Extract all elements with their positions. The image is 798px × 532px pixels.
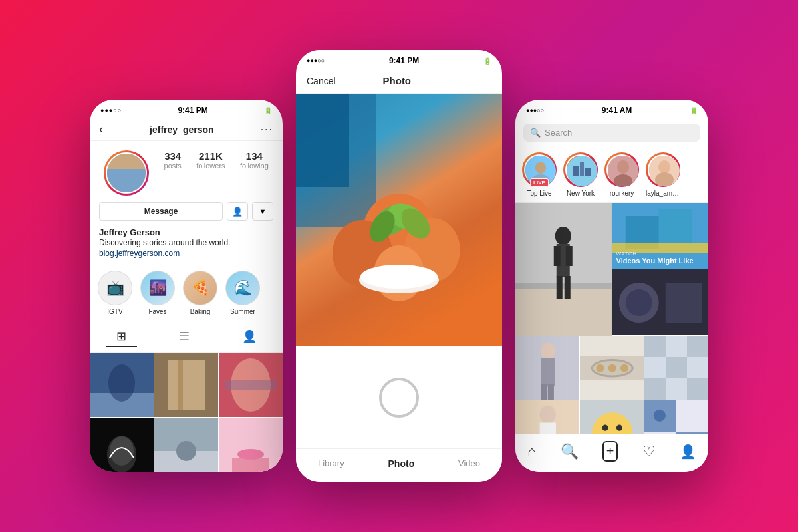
story-circle-rourkery (604, 152, 639, 187)
bio-description: Discovering stories around the world. (99, 237, 273, 249)
svg-rect-50 (566, 246, 573, 266)
svg-rect-94 (676, 400, 708, 432)
svg-rect-80 (644, 378, 666, 400)
story-top-live[interactable]: LIVE Top Live (522, 152, 557, 197)
svg-point-39 (617, 160, 629, 174)
watch-label: WATCH (616, 251, 694, 257)
phones-container: ●●●○○ 9:41 PM 🔋 ‹ jeffrey_gerson ··· 334… (0, 0, 798, 532)
svg-point-42 (658, 160, 670, 174)
profile-stats: 334 posts 211K followers 134 following (90, 141, 283, 202)
tagged-tab[interactable]: 👤 (231, 327, 267, 347)
story-circle-top-live: LIVE (522, 152, 557, 187)
photo-tab[interactable]: Photo (388, 458, 415, 469)
add-nav-icon-right[interactable]: + (602, 441, 618, 462)
back-button[interactable]: ‹ (99, 122, 103, 136)
shutter-button[interactable] (379, 378, 419, 418)
mosaic-cell-5[interactable] (580, 400, 644, 434)
grid-cell-6[interactable] (219, 418, 283, 472)
svg-point-14 (176, 441, 196, 461)
right-status-bar: ●●●○○ 9:41 AM 🔋 (515, 100, 708, 118)
grid-view-tab[interactable]: ⊞ (106, 327, 137, 347)
mosaic-cell-4[interactable] (515, 400, 579, 434)
svg-point-17 (237, 449, 264, 460)
search-bar[interactable]: 🔍 Search (523, 124, 700, 142)
svg-point-71 (608, 364, 616, 372)
highlights-row: 📺 IGTV 🌆 Faves 🍕 Baking 🌊 Summer (90, 265, 283, 321)
more-options-button[interactable]: ··· (261, 124, 273, 136)
svg-rect-65 (541, 384, 547, 400)
story-rourkery[interactable]: rourkery (604, 152, 639, 197)
battery-right: 🔋 (690, 107, 698, 114)
highlight-faves[interactable]: 🌆 Faves (140, 271, 175, 315)
story-label-new-york: New York (567, 190, 595, 197)
avatar-area (104, 150, 149, 196)
mosaic-cell-3[interactable] (644, 336, 708, 400)
grid-tabs: ⊞ ☰ 👤 (90, 321, 283, 353)
svg-rect-46 (515, 289, 612, 336)
explore-cell-geometric[interactable]: ▶ WATCH Videos You Might Lik (612, 203, 709, 269)
follow-button[interactable]: 👤 (227, 202, 248, 221)
mosaic-cell-6[interactable] (644, 400, 708, 434)
heart-nav-icon-right[interactable]: ♡ (642, 443, 656, 460)
watch-title: Videos You Might Like (616, 257, 694, 265)
grid-cell-2[interactable] (154, 353, 218, 417)
bio-link[interactable]: blog.jeffreygerson.com (99, 249, 273, 258)
camera-viewfinder (296, 94, 502, 346)
svg-rect-5 (178, 360, 183, 410)
message-button[interactable]: Message (99, 202, 223, 221)
explore-content: ▶ WATCH Videos You Might Lik (515, 203, 708, 434)
explore-cell-dark[interactable] (612, 269, 709, 335)
svg-point-90 (602, 425, 608, 431)
story-label-top-live: Top Live (527, 190, 551, 197)
mosaic-cell-2[interactable] (580, 336, 644, 400)
home-nav-icon-right[interactable]: ⌂ (527, 443, 536, 460)
following-stat[interactable]: 134 following (240, 150, 269, 170)
highlight-igtv[interactable]: 📺 IGTV (98, 271, 132, 315)
dropdown-button[interactable]: ▼ (252, 202, 273, 221)
svg-rect-51 (557, 276, 563, 299)
story-avatar-rourkery (606, 154, 637, 185)
highlight-label-faves: Faves (148, 308, 166, 315)
svg-rect-61 (665, 283, 702, 323)
center-phone: ●●●○○ 9:41 PM 🔋 Cancel Photo (296, 50, 502, 482)
svg-rect-49 (554, 246, 561, 266)
highlight-baking[interactable]: 🍕 Baking (183, 271, 217, 315)
bio-name: Jeffrey Gerson (99, 227, 273, 237)
explore-cell-person[interactable] (515, 203, 612, 336)
svg-point-63 (541, 343, 555, 359)
search-nav-icon-right[interactable]: 🔍 (561, 443, 579, 460)
followers-stat[interactable]: 211K followers (196, 150, 225, 170)
cancel-button[interactable]: Cancel (307, 76, 336, 86)
svg-rect-66 (548, 384, 554, 400)
story-new-york[interactable]: New York (563, 152, 598, 197)
explore-top-section: ▶ WATCH Videos You Might Lik (515, 203, 708, 336)
profile-nav-icon-right[interactable]: 👤 (680, 444, 696, 460)
svg-rect-76 (687, 336, 708, 357)
right-time: 9:41 AM (602, 106, 632, 115)
grid-cell-4[interactable] (90, 418, 154, 472)
svg-point-60 (625, 289, 652, 316)
grid-cell-5[interactable] (154, 418, 218, 472)
svg-point-97 (654, 410, 666, 422)
svg-point-2 (108, 364, 135, 402)
posts-label: posts (164, 162, 182, 170)
photo-grid (90, 353, 283, 472)
svg-rect-36 (580, 162, 584, 176)
list-view-tab[interactable]: ☰ (168, 327, 200, 347)
search-bar-container: 🔍 Search (515, 118, 708, 147)
svg-point-91 (616, 425, 622, 431)
left-time: 9:41 PM (178, 106, 207, 115)
signal-dots-center: ●●●○○ (307, 57, 325, 64)
video-tab[interactable]: Video (458, 458, 480, 469)
svg-rect-4 (168, 360, 205, 410)
highlight-label-igtv: IGTV (107, 308, 122, 315)
svg-rect-82 (687, 378, 708, 400)
story-label-rourkery: rourkery (610, 190, 634, 197)
grid-cell-1[interactable] (90, 353, 154, 417)
highlight-label-summer: Summer (230, 308, 255, 315)
grid-cell-3[interactable] (219, 353, 283, 417)
story-layla[interactable]: layla_amjadi (646, 152, 680, 197)
highlight-summer[interactable]: 🌊 Summer (225, 271, 260, 315)
library-tab[interactable]: Library (318, 458, 344, 469)
mosaic-cell-1[interactable] (515, 336, 579, 400)
